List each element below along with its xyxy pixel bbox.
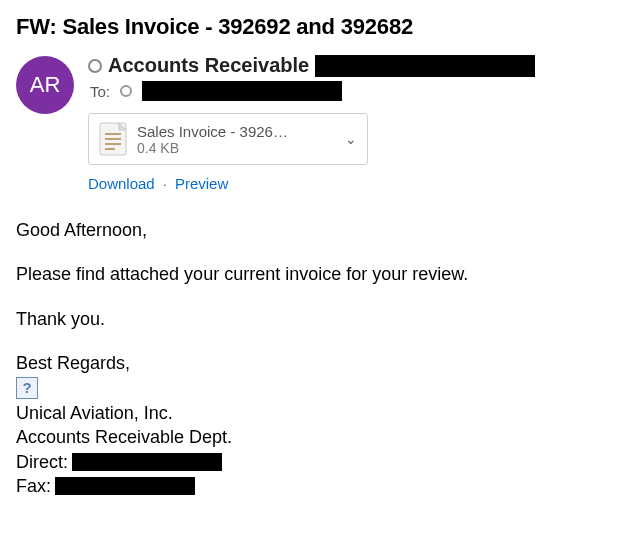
chevron-down-icon[interactable]: ⌄ bbox=[345, 131, 357, 147]
from-line: Accounts Receivable bbox=[88, 54, 623, 77]
from-name: Accounts Receivable bbox=[108, 54, 309, 77]
email-header: AR Accounts Receivable To: bbox=[16, 54, 623, 192]
signature-dept: Accounts Receivable Dept. bbox=[16, 425, 623, 449]
signature-direct-label: Direct: bbox=[16, 450, 68, 474]
signature-direct-redacted bbox=[72, 453, 222, 471]
body-regards: Best Regards, bbox=[16, 351, 623, 375]
to-line: To: bbox=[90, 81, 623, 101]
broken-image-icon: ? bbox=[16, 377, 38, 399]
signature-company: Unical Aviation, Inc. bbox=[16, 401, 623, 425]
download-link[interactable]: Download bbox=[88, 175, 155, 192]
body-line: Please find attached your current invoic… bbox=[16, 262, 623, 286]
signature-fax-label: Fax: bbox=[16, 474, 51, 498]
to-label: To: bbox=[90, 83, 110, 100]
attachment-name: Sales Invoice - 3926… bbox=[137, 123, 335, 140]
attachment-size: 0.4 KB bbox=[137, 140, 335, 156]
to-address-redacted bbox=[142, 81, 342, 101]
presence-icon bbox=[120, 85, 132, 97]
preview-link[interactable]: Preview bbox=[175, 175, 228, 192]
avatar: AR bbox=[16, 56, 74, 114]
attachment-actions: Download · Preview bbox=[88, 175, 623, 192]
avatar-initials: AR bbox=[30, 72, 61, 98]
attachment-card[interactable]: Sales Invoice - 3926… 0.4 KB ⌄ bbox=[88, 113, 368, 165]
body-thanks: Thank you. bbox=[16, 307, 623, 331]
presence-icon bbox=[88, 59, 102, 73]
separator-dot: · bbox=[163, 175, 167, 192]
email-body: Good Afternoon, Please find attached you… bbox=[16, 218, 623, 498]
email-subject: FW: Sales Invoice - 392692 and 392682 bbox=[16, 14, 623, 40]
body-greeting: Good Afternoon, bbox=[16, 218, 623, 242]
from-address-redacted bbox=[315, 55, 535, 77]
signature-block: Best Regards, ? Unical Aviation, Inc. Ac… bbox=[16, 351, 623, 498]
signature-fax-redacted bbox=[55, 477, 195, 495]
file-icon bbox=[99, 122, 127, 156]
